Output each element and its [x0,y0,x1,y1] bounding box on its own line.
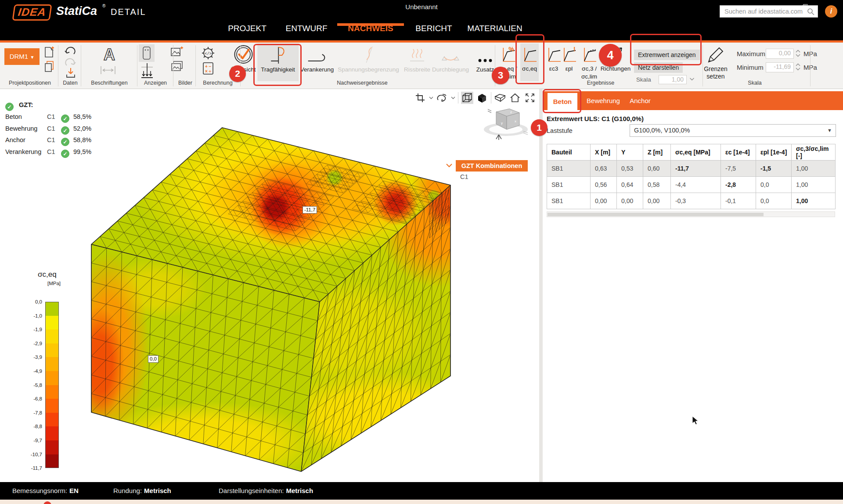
minimum-input[interactable]: -11,69 [766,62,794,72]
table-header[interactable]: σc,3/σc,lim [-] [792,144,836,161]
table-cell: -0,3 [671,193,721,209]
info-icon[interactable]: i [825,5,837,18]
table-header[interactable]: εpl [1e-4] [756,144,792,161]
solid-cube-button[interactable] [476,92,488,104]
annotation-rect-sceq [515,34,544,84]
table-header[interactable]: Z [m] [643,144,671,161]
colorbar-band [45,426,59,440]
colorbar-tick: -6,8 [33,396,42,401]
table-header[interactable]: Y [617,144,643,161]
maximum-stepper-icon[interactable] [796,50,800,57]
tab-anchor[interactable]: Anchor [630,91,651,110]
table-cell: SB1 [547,161,591,177]
table-header[interactable]: Bauteil [547,144,591,161]
crop-dropdown-icon[interactable] [429,97,433,99]
table-header[interactable]: σc,eq [MPa] [671,144,721,161]
clipping-plane-button[interactable] [494,92,506,104]
navigation-cube[interactable]: zyx [480,104,533,142]
panel-splitter[interactable] [539,89,543,482]
load-step-caret-icon[interactable]: ▼ [827,124,832,137]
maximum-input[interactable]: 0,00 [766,49,794,59]
show-section-button[interactable] [139,44,155,62]
import-data-icon[interactable] [65,67,77,79]
search-icon[interactable] [807,8,814,15]
redo-icon[interactable] [64,57,77,67]
ribbon-item-verankerung[interactable]: Verankerung [297,43,338,81]
calculator-icon[interactable]: + −× ÷ [202,62,214,75]
table-cell: 0,00 [643,193,671,209]
table-cell: 1,00 [792,177,836,193]
undo-icon[interactable] [63,45,76,57]
ribbon-group-label: Daten [63,80,77,86]
ribbon-item-spannungsbegrenzung: Spannungsbegrenzung [334,43,403,81]
copy-item-icon[interactable] [44,60,55,72]
colorbar-band [45,302,59,316]
colorbar-band [45,371,59,385]
table-header[interactable]: X [m] [591,144,617,161]
annotation-step-1: 1 [531,119,548,136]
axes-icon[interactable] [140,63,155,71]
menu-tab-bericht[interactable]: BERICHT [415,24,452,33]
bottom-annotation-strip [0,500,843,504]
combination-item[interactable]: C1 [460,173,468,180]
menu-tab-materialien[interactable]: MATERIALIEN [467,24,522,33]
ribbon-group-label: Skala [748,80,761,86]
table-row[interactable]: SB10,560,640,58-4,4-2,80,01,00 [547,177,836,193]
orbit-button[interactable] [436,92,448,104]
set-limits-label[interactable]: Grenzensetzen [704,65,728,80]
colorbar-band [45,454,59,468]
result-button--c-3-c-lim[interactable]: σc,3 /σc,lim [580,43,598,81]
home-view-button[interactable] [509,92,521,104]
idea-logo: IDEA [12,4,52,21]
colorbar-tick: -8,8 [33,424,42,429]
colorbar-tick: -4,9 [33,368,42,374]
annotation-step-3: 3 [492,67,509,84]
orbit-dropdown-icon[interactable] [451,97,455,99]
new-item-icon[interactable] [44,46,55,58]
table-cell: -2,8 [721,177,756,193]
ribbon-group-label: Bilder [178,80,192,86]
ribbon-item-durchbiegung: Durchbiegung [429,43,472,81]
table-hscrollbar-thumb[interactable] [548,213,764,216]
ribbon-group-divider [58,45,58,86]
combo-collapse-icon[interactable] [446,164,452,168]
table-row[interactable]: SB10,630,530,60-11,7-7,5-1,51,00 [547,161,836,177]
zoom-fit-button[interactable] [524,92,536,104]
status-bar: Bemessungsnorm:ENRundung:MetrischDarstel… [0,482,843,500]
solver-settings-icon[interactable]: </> [201,46,215,60]
table-header[interactable]: εc [1e-4] [721,144,756,161]
colorbar-tick: -9,7 [33,438,42,443]
labels-icon[interactable]: A [100,45,118,64]
crop-view-button[interactable] [414,92,426,104]
result-button--pl[interactable]: !εpl [560,43,578,81]
table-cell: 0,56 [591,177,617,193]
scale-input[interactable]: 1,00 [659,75,687,84]
table-cell: -0,1 [721,193,756,209]
fe-mesh-3d-view[interactable] [0,89,539,482]
wireframe-cube-button[interactable] [461,92,473,104]
load-step-select[interactable]: G100,0%, V100,0% [630,124,836,137]
menu-tab-entwurf[interactable]: ENTWURF [286,24,328,33]
table-cell: SB1 [547,193,591,209]
table-cell: 0,0 [756,193,792,209]
add-image-icon[interactable] [170,46,184,57]
statusbar-item: Darstellungseinheiten:Metrisch [219,487,313,494]
dimensions-icon[interactable] [98,65,118,75]
set-limits-pencil-icon[interactable] [706,45,725,64]
scale-dropdown-icon[interactable] [689,78,695,81]
crack-width-icon [408,47,426,64]
combination-group-label[interactable]: GZT Kombinationen [456,160,528,172]
svg-text:%: % [508,46,514,53]
minimum-stepper-icon[interactable] [796,63,800,71]
gallery-icon[interactable] [170,60,184,72]
tab-bewehrung[interactable]: Bewehrung [587,91,620,110]
search-input[interactable]: Suchen auf ideastatica.com [720,5,818,18]
colorbar-tick: -7,8 [33,410,42,415]
menu-tab-projekt[interactable]: PROJEKT [228,24,267,33]
loads-icon[interactable] [140,71,155,79]
table-row[interactable]: SB10,000,000,00-0,3-0,10,01,00 [547,193,836,209]
table-cell: 1,00 [792,193,836,209]
annotation-dot [43,501,51,504]
project-item-select[interactable]: DRM1 ▼ [4,48,40,65]
annotation-rect-tragfaehigkeit [253,44,302,86]
